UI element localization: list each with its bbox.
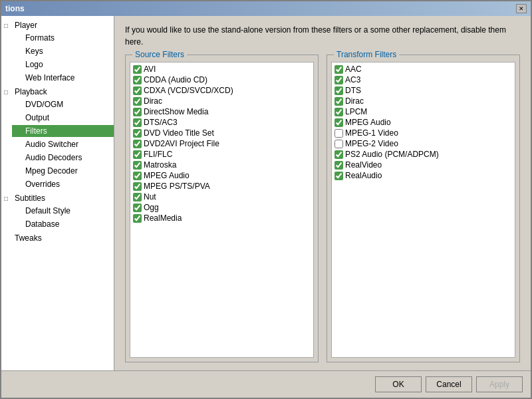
sidebar-label-mpeg-decoder: Mpeg Decoder (24, 166, 78, 176)
transform-filter-item[interactable]: DTS (333, 85, 513, 96)
transform-filter-checkbox[interactable] (334, 86, 343, 95)
transform-filter-item[interactable]: MPEG Audio (333, 117, 513, 128)
sidebar-label-default-style: Default Style (24, 206, 70, 215)
source-filter-item[interactable]: DVD2AVI Project File (132, 138, 312, 149)
sidebar-label-audio-switcher: Audio Switcher (24, 140, 78, 149)
source-filter-item[interactable]: MPEG PS/TS/PVA (132, 181, 312, 192)
source-filter-checkbox[interactable] (133, 118, 142, 127)
transform-filter-label: MPEG Audio (345, 118, 391, 127)
sidebar-label-formats: Formats (24, 33, 55, 43)
source-filter-checkbox[interactable] (133, 150, 142, 159)
sidebar-item-default-style[interactable]: Default Style (12, 204, 114, 217)
sidebar-item-dvd-ogm[interactable]: DVD/OGM (12, 98, 114, 111)
source-filter-checkbox[interactable] (133, 193, 142, 201)
source-filter-label: Matroska (144, 160, 176, 170)
transform-filter-item[interactable]: PS2 Audio (PCM/ADPCM) (333, 149, 513, 160)
sidebar-item-web-interface[interactable]: Web Interface (12, 71, 114, 84)
transform-filter-label: AC3 (345, 75, 360, 84)
source-filter-checkbox[interactable] (133, 182, 142, 191)
cancel-button[interactable]: Cancel (426, 376, 472, 392)
source-filter-checkbox[interactable] (133, 97, 142, 106)
sidebar-item-formats[interactable]: Formats (12, 31, 114, 45)
source-filter-item[interactable]: DVD Video Title Set (132, 128, 312, 138)
expand-icon: □ (4, 22, 13, 29)
sidebar-item-overrides[interactable]: Overrides (12, 178, 114, 191)
source-filter-item[interactable]: CDXA (VCD/SVCD/XCD) (132, 85, 312, 96)
sidebar-item-database[interactable]: Database (12, 217, 114, 231)
transform-filter-checkbox[interactable] (334, 118, 343, 127)
source-filter-checkbox[interactable] (133, 129, 142, 138)
transform-filter-item[interactable]: RealVideo (333, 160, 513, 170)
transform-filter-checkbox[interactable] (334, 97, 343, 106)
source-filter-checkbox[interactable] (133, 203, 142, 212)
sidebar-item-playback[interactable]: □ Playback DVD/OGM Output (1, 85, 114, 192)
transform-filter-label: MPEG-1 Video (345, 128, 398, 138)
source-filter-item[interactable]: RealMedia (132, 213, 312, 223)
source-filter-checkbox[interactable] (133, 161, 142, 170)
source-filter-checkbox[interactable] (133, 86, 142, 95)
sidebar-item-mpeg-decoder[interactable]: Mpeg Decoder (12, 164, 114, 178)
sidebar-label-dvd-ogm: DVD/OGM (24, 100, 63, 109)
transform-filter-item[interactable]: Dirac (333, 96, 513, 106)
source-filter-label: Dirac (144, 96, 162, 106)
source-filter-item[interactable]: CDDA (Audio CD) (132, 74, 312, 85)
transform-filter-checkbox[interactable] (334, 129, 343, 138)
source-filter-item[interactable]: MPEG Audio (132, 170, 312, 181)
source-filter-item[interactable]: DirectShow Media (132, 106, 312, 117)
source-filter-label: Nut (144, 192, 156, 201)
sidebar-item-subtitles[interactable]: □ Subtitles Default Style Database (1, 192, 114, 231)
transform-filter-item[interactable]: AC3 (333, 74, 513, 85)
sidebar-item-filters[interactable]: Filters (12, 124, 114, 138)
source-filter-item[interactable]: Dirac (132, 96, 312, 106)
source-filter-label: MPEG PS/TS/PVA (144, 182, 210, 191)
source-filter-label: AVI (144, 65, 156, 74)
source-filter-item[interactable]: FLI/FLC (132, 149, 312, 160)
transform-filter-checkbox[interactable] (334, 108, 343, 116)
sidebar-item-audio-decoders[interactable]: Audio Decoders (12, 151, 114, 164)
source-filter-item[interactable]: Nut (132, 192, 312, 202)
source-filter-checkbox[interactable] (133, 76, 142, 84)
close-button[interactable]: ✕ (516, 4, 527, 13)
ok-button[interactable]: OK (375, 376, 422, 392)
source-filter-checkbox[interactable] (133, 140, 142, 148)
transform-filter-checkbox[interactable] (334, 161, 343, 170)
sidebar-item-keys[interactable]: Keys (12, 45, 114, 58)
transform-filter-checkbox[interactable] (334, 140, 343, 148)
sidebar-label-output: Output (24, 113, 49, 122)
source-filter-label: CDDA (Audio CD) (144, 75, 207, 84)
transform-filters-inner: AACAC3DTSDiracLPCMMPEG AudioMPEG-1 Video… (333, 64, 513, 181)
sidebar-label-database: Database (24, 219, 59, 229)
transform-filter-checkbox[interactable] (334, 150, 343, 159)
source-filter-item[interactable]: DTS/AC3 (132, 117, 312, 128)
source-filter-checkbox[interactable] (133, 172, 142, 180)
transform-filter-item[interactable]: MPEG-2 Video (333, 138, 513, 149)
sidebar-item-tweaks[interactable]: Tweaks (1, 231, 114, 245)
description-text: If you would like to use the stand-alone… (125, 24, 520, 48)
source-filter-item[interactable]: Ogg (132, 202, 312, 213)
transform-filter-item[interactable]: MPEG-1 Video (333, 128, 513, 138)
source-filters-inner: AVICDDA (Audio CD)CDXA (VCD/SVCD/XCD)Dir… (132, 64, 312, 223)
dialog-footer: OK Cancel Apply (1, 370, 531, 398)
sidebar-item-output[interactable]: Output (12, 111, 114, 124)
source-filter-item[interactable]: Matroska (132, 160, 312, 170)
sidebar-label-player: Player (13, 21, 37, 30)
source-filter-checkbox[interactable] (133, 214, 142, 223)
source-filter-item[interactable]: AVI (132, 64, 312, 74)
apply-button[interactable]: Apply (476, 376, 523, 392)
transform-filter-checkbox[interactable] (334, 76, 343, 84)
transform-filter-item[interactable]: LPCM (333, 106, 513, 117)
transform-filter-checkbox[interactable] (334, 172, 343, 180)
transform-filters-title: Transform Filters (334, 50, 399, 59)
transform-filters-list[interactable]: AACAC3DTSDiracLPCMMPEG AudioMPEG-1 Video… (331, 62, 515, 358)
transform-filter-checkbox[interactable] (334, 65, 343, 74)
transform-filter-item[interactable]: RealAudio (333, 170, 513, 181)
source-filter-checkbox[interactable] (133, 108, 142, 116)
sidebar-item-logo[interactable]: Logo (12, 58, 114, 71)
sidebar-label-web-interface: Web Interface (24, 73, 74, 82)
source-filter-checkbox[interactable] (133, 65, 142, 74)
source-filters-list[interactable]: AVICDDA (Audio CD)CDXA (VCD/SVCD/XCD)Dir… (130, 62, 314, 358)
transform-filter-item[interactable]: AAC (333, 64, 513, 74)
sidebar: □ Player Formats Keys (1, 16, 114, 370)
sidebar-item-player[interactable]: □ Player Formats Keys (1, 19, 114, 85)
sidebar-item-audio-switcher[interactable]: Audio Switcher (12, 138, 114, 151)
